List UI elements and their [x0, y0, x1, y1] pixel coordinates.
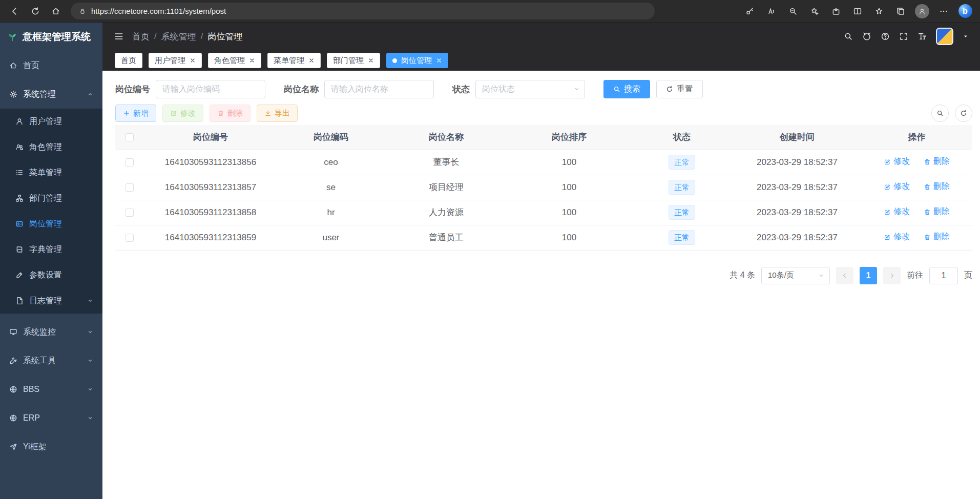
site-lock-icon[interactable]	[79, 8, 86, 15]
sidebar-item-tools[interactable]: 系统工具	[0, 346, 102, 375]
extensions-icon[interactable]	[826, 2, 846, 21]
chevron-down-icon	[87, 358, 93, 364]
settings-menu-icon[interactable]	[934, 2, 953, 21]
breadcrumb-home[interactable]: 首页	[132, 31, 150, 43]
row-delete-button[interactable]: 删除	[924, 156, 950, 167]
post-code-input[interactable]	[156, 80, 265, 98]
row-edit-button[interactable]: 修改	[884, 206, 910, 217]
row-checkbox[interactable]	[126, 209, 134, 217]
edit-button[interactable]: 修改	[162, 105, 203, 122]
address-bar[interactable]: https://ccnetcore.com:1101/system/post	[71, 3, 655, 19]
row-edit-button[interactable]: 修改	[884, 156, 910, 167]
app-logo: 意框架管理系统	[0, 23, 102, 51]
sidebar-item-system[interactable]: 系统管理	[0, 80, 102, 109]
tab-menu-management[interactable]: 菜单管理	[267, 53, 321, 68]
sidebar-toggle-icon[interactable]	[114, 31, 124, 41]
fullscreen-icon[interactable]	[899, 32, 908, 41]
breadcrumb-system[interactable]: 系统管理	[161, 31, 196, 43]
prev-page-button[interactable]	[836, 267, 853, 284]
sidebar-item-monitoring[interactable]: 系统监控	[0, 318, 102, 346]
sidebar-item-dictionary[interactable]: 字典管理	[0, 237, 102, 262]
post-name-input[interactable]	[324, 80, 434, 98]
browser-back-icon[interactable]	[5, 2, 25, 21]
toggle-search-button[interactable]	[931, 105, 949, 122]
edit-icon	[884, 209, 891, 216]
browser-home-icon[interactable]	[46, 2, 66, 21]
help-icon[interactable]	[881, 32, 890, 41]
search-button[interactable]: 搜索	[603, 80, 650, 98]
tab-role-management[interactable]: 角色管理	[208, 53, 261, 68]
tab-department-management[interactable]: 部门管理	[327, 53, 380, 68]
reset-button[interactable]: 重置	[656, 80, 703, 98]
download-icon	[264, 110, 272, 117]
search-icon	[936, 110, 944, 117]
sidebar-item-users[interactable]: 用户管理	[0, 109, 102, 134]
sidebar-item-roles[interactable]: 角色管理	[0, 134, 102, 160]
column-post-sort: 岗位排序	[508, 125, 631, 150]
sidebar-item-bbs[interactable]: BBS	[0, 375, 102, 404]
column-status: 状态	[631, 125, 733, 150]
sidebar-item-posts[interactable]: 岗位管理	[0, 211, 102, 237]
favorite-add-icon[interactable]	[805, 2, 824, 21]
app-title: 意框架管理系统	[23, 30, 91, 44]
favorites-bar-icon[interactable]	[869, 2, 889, 21]
row-delete-button[interactable]: 删除	[924, 206, 950, 217]
export-button[interactable]: 导出	[257, 105, 298, 122]
page-size-select[interactable]: 10条/页	[761, 267, 830, 284]
chevron-down-icon	[87, 329, 93, 335]
password-key-icon[interactable]	[740, 2, 760, 21]
add-button[interactable]: 新增	[115, 105, 156, 122]
close-icon[interactable]	[436, 57, 442, 64]
status-select[interactable]	[475, 80, 585, 98]
row-delete-button[interactable]: 删除	[924, 232, 950, 242]
tab-home[interactable]: 首页	[115, 53, 142, 68]
url-text[interactable]: https://ccnetcore.com:1101/system/post	[91, 7, 226, 15]
caret-down-icon[interactable]	[963, 33, 969, 39]
sidebar-item-departments[interactable]: 部门管理	[0, 185, 102, 211]
row-edit-button[interactable]: 修改	[884, 232, 910, 242]
globe-icon	[9, 385, 17, 393]
github-icon[interactable]	[862, 32, 871, 41]
tab-bar: 首页 用户管理 角色管理 菜单管理 部门管理 岗位管理	[102, 50, 980, 71]
page-1-button[interactable]: 1	[860, 267, 877, 284]
next-page-button[interactable]	[883, 267, 901, 284]
sidebar-item-yi-framework[interactable]: Yi框架	[0, 432, 102, 461]
search-form: 岗位编号 岗位名称 状态 搜索	[115, 80, 972, 98]
refresh-table-button[interactable]	[955, 105, 972, 122]
row-delete-button[interactable]: 删除	[924, 181, 950, 192]
search-icon[interactable]	[844, 32, 853, 41]
org-tree-icon	[15, 194, 24, 202]
user-avatar[interactable]	[936, 28, 953, 45]
sidebar-item-erp[interactable]: ERP	[0, 404, 102, 432]
book-icon	[15, 245, 24, 254]
tab-user-management[interactable]: 用户管理	[149, 53, 202, 68]
wrench-icon	[9, 357, 17, 365]
goto-page-input[interactable]	[929, 267, 958, 284]
font-size-icon[interactable]	[918, 32, 927, 41]
sidebar-item-menus[interactable]: 菜单管理	[0, 160, 102, 185]
read-aloud-icon[interactable]	[762, 2, 781, 21]
select-all-checkbox[interactable]	[126, 133, 134, 141]
sidebar-item-parameters[interactable]: 参数设置	[0, 262, 102, 288]
profile-icon[interactable]	[912, 2, 932, 21]
collections-icon[interactable]	[891, 2, 910, 21]
close-icon[interactable]	[308, 57, 315, 64]
copilot-icon[interactable]: b	[955, 2, 975, 21]
zoom-icon[interactable]	[783, 2, 803, 21]
close-icon[interactable]	[190, 57, 196, 64]
close-icon[interactable]	[249, 57, 255, 64]
row-checkbox[interactable]	[126, 158, 134, 167]
id-badge-icon	[15, 220, 24, 228]
row-checkbox[interactable]	[126, 234, 134, 242]
row-edit-button[interactable]: 修改	[884, 181, 910, 192]
delete-button[interactable]: 删除	[210, 105, 251, 122]
sidebar-item-home[interactable]: 首页	[0, 51, 102, 80]
chevron-down-icon	[818, 273, 824, 279]
split-screen-icon[interactable]	[848, 2, 867, 21]
browser-refresh-icon[interactable]	[26, 2, 45, 21]
row-checkbox[interactable]	[126, 183, 134, 192]
tab-post-management[interactable]: 岗位管理	[386, 53, 448, 68]
pagination: 共 4 条 10条/页 1 前往 页	[115, 267, 972, 284]
close-icon[interactable]	[368, 57, 374, 64]
sidebar-item-logs[interactable]: 日志管理	[0, 288, 102, 314]
